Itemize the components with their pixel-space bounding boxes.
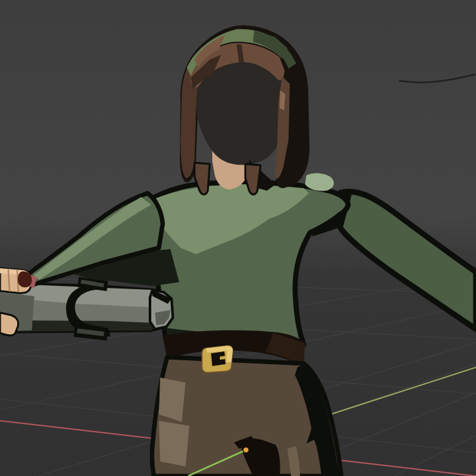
- object-origin-dot[interactable]: [243, 447, 249, 453]
- belt-buckle: [202, 346, 233, 372]
- pants-pocket: [159, 421, 189, 466]
- viewport[interactable]: [0, 0, 476, 476]
- pants-highlight: [159, 377, 186, 422]
- viewport-canvas[interactable]: [0, 0, 476, 476]
